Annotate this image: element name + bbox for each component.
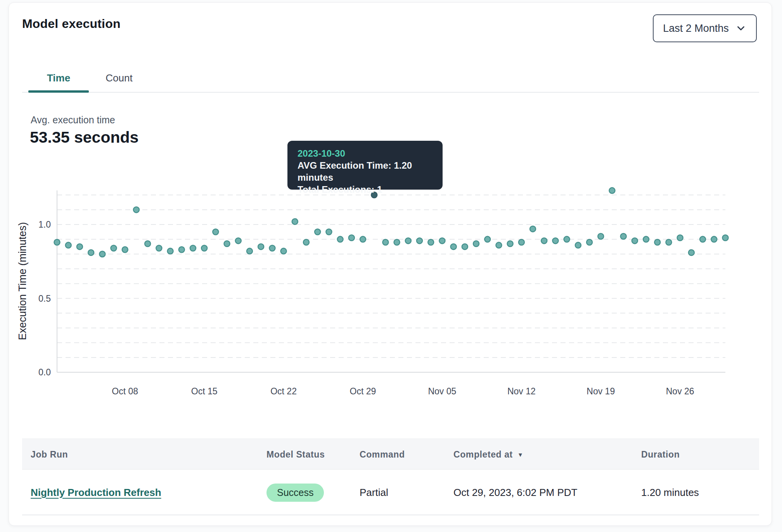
scatter-point[interactable]	[643, 237, 649, 242]
column-header-command: Command	[360, 439, 405, 470]
tabs-divider	[22, 92, 759, 93]
scatter-point[interactable]	[417, 238, 422, 244]
x-tick-label: Oct 08	[112, 386, 138, 396]
scatter-point[interactable]	[156, 245, 162, 251]
scatter-point[interactable]	[394, 239, 400, 245]
period-selector-label: Last 2 Months	[663, 22, 729, 35]
scatter-point[interactable]	[451, 244, 457, 250]
x-tick-label: Oct 22	[270, 386, 297, 396]
y-axis-title: Execution Time (minutes)	[17, 222, 28, 340]
scatter-point[interactable]	[428, 239, 434, 245]
scatter-point[interactable]	[700, 237, 706, 242]
scatter-point[interactable]	[224, 241, 230, 247]
scatter-point[interactable]	[179, 247, 185, 252]
completed-at-cell: Oct 29, 2023, 6:02 PM PDT	[453, 470, 577, 515]
tab-count[interactable]: Count	[89, 66, 149, 92]
scatter-chart-svg: 0.00.51.0Oct 08Oct 15Oct 22Oct 29Nov 05N…	[9, 173, 772, 406]
avg-execution-time-label: Avg. execution time	[31, 114, 115, 126]
scatter-point[interactable]	[552, 238, 558, 244]
scatter-point[interactable]	[337, 237, 343, 242]
model-execution-card: Model execution Last 2 Months Time Count…	[9, 2, 772, 526]
y-tick-label: 0.0	[38, 367, 51, 377]
scatter-point[interactable]	[360, 237, 366, 242]
tab-time[interactable]: Time	[28, 66, 89, 92]
scatter-point[interactable]	[145, 241, 151, 247]
scatter-point[interactable]	[541, 238, 547, 244]
scatter-point[interactable]	[484, 237, 490, 242]
scatter-point[interactable]	[564, 237, 570, 242]
column-header-model-status: Model Status	[266, 439, 325, 470]
tab-count-label: Count	[106, 72, 132, 84]
job-run-link[interactable]: Nightly Production Refresh	[31, 487, 161, 499]
page-title: Model execution	[22, 17, 121, 31]
scatter-point[interactable]	[168, 248, 173, 254]
scatter-point[interactable]	[666, 239, 671, 245]
scatter-point[interactable]	[99, 251, 105, 257]
scatter-point[interactable]	[235, 238, 241, 244]
scatter-point[interactable]	[530, 226, 536, 232]
scatter-point[interactable]	[190, 245, 196, 251]
scatter-point[interactable]	[326, 229, 332, 235]
tab-time-label: Time	[47, 72, 70, 84]
y-tick-label: 1.0	[38, 219, 51, 230]
scatter-point[interactable]	[88, 250, 94, 256]
table-row: Nightly Production Refresh Success Parti…	[22, 470, 759, 515]
scatter-point[interactable]	[54, 239, 60, 245]
x-tick-label: Nov 12	[507, 386, 536, 396]
execution-time-scatter-chart[interactable]: 0.00.51.0Oct 08Oct 15Oct 22Oct 29Nov 05N…	[9, 173, 772, 406]
sort-desc-icon: ▼	[517, 439, 523, 470]
scatter-point[interactable]	[439, 238, 445, 244]
scatter-point[interactable]	[507, 241, 513, 247]
x-tick-label: Oct 29	[350, 386, 376, 396]
scatter-point[interactable]	[609, 188, 615, 193]
tooltip-avg-execution-time: AVG Execution Time: 1.20 minutes	[298, 159, 433, 183]
scatter-point[interactable]	[303, 239, 309, 245]
scatter-point[interactable]	[405, 238, 411, 244]
scatter-point[interactable]	[677, 235, 683, 241]
chart-tabs: Time Count	[9, 66, 772, 94]
x-tick-label: Oct 15	[191, 386, 218, 396]
scatter-point[interactable]	[462, 244, 468, 250]
scatter-point[interactable]	[247, 248, 253, 254]
scatter-point[interactable]	[77, 244, 83, 250]
column-header-completed-at[interactable]: Completed at▼	[453, 439, 523, 470]
tooltip-date: 2023-10-30	[298, 147, 433, 159]
scatter-point[interactable]	[382, 239, 388, 245]
tooltip-total-executions: Total Executions: 1	[298, 183, 433, 195]
scatter-point[interactable]	[258, 244, 264, 250]
scatter-point[interactable]	[519, 239, 524, 245]
y-tick-label: 0.5	[38, 294, 51, 304]
scatter-point[interactable]	[654, 239, 660, 245]
scatter-point[interactable]	[201, 245, 207, 251]
scatter-point[interactable]	[315, 229, 320, 235]
scatter-point[interactable]	[689, 250, 694, 256]
column-header-job-run: Job Run	[31, 439, 68, 470]
job-runs-table-header: Job Run Model Status Command Completed a…	[22, 439, 759, 470]
scatter-point[interactable]	[66, 242, 71, 248]
chart-tooltip: 2023-10-30 AVG Execution Time: 1.20 minu…	[287, 141, 443, 190]
scatter-point[interactable]	[632, 238, 638, 244]
scatter-point[interactable]	[281, 248, 287, 254]
scatter-point[interactable]	[269, 245, 275, 251]
avg-execution-time-value: 53.35 seconds	[30, 128, 138, 147]
x-tick-label: Nov 26	[666, 386, 694, 396]
scatter-point[interactable]	[111, 245, 117, 251]
scatter-point[interactable]	[598, 233, 604, 239]
scatter-point[interactable]	[586, 239, 592, 245]
period-selector-dropdown[interactable]: Last 2 Months	[653, 14, 757, 42]
scatter-point[interactable]	[473, 241, 479, 247]
x-tick-label: Nov 05	[428, 386, 456, 396]
scatter-point[interactable]	[349, 235, 355, 241]
duration-cell: 1.20 minutes	[641, 470, 699, 515]
scatter-point[interactable]	[133, 207, 139, 212]
scatter-point[interactable]	[122, 247, 128, 252]
scatter-point[interactable]	[575, 242, 581, 248]
scatter-point[interactable]	[621, 233, 626, 239]
chevron-down-icon	[735, 22, 747, 34]
scatter-point[interactable]	[292, 219, 298, 225]
scatter-point[interactable]	[496, 242, 502, 248]
scatter-point[interactable]	[213, 229, 218, 235]
scatter-point[interactable]	[723, 235, 728, 241]
scatter-point[interactable]	[711, 237, 717, 242]
status-badge: Success	[266, 484, 324, 502]
